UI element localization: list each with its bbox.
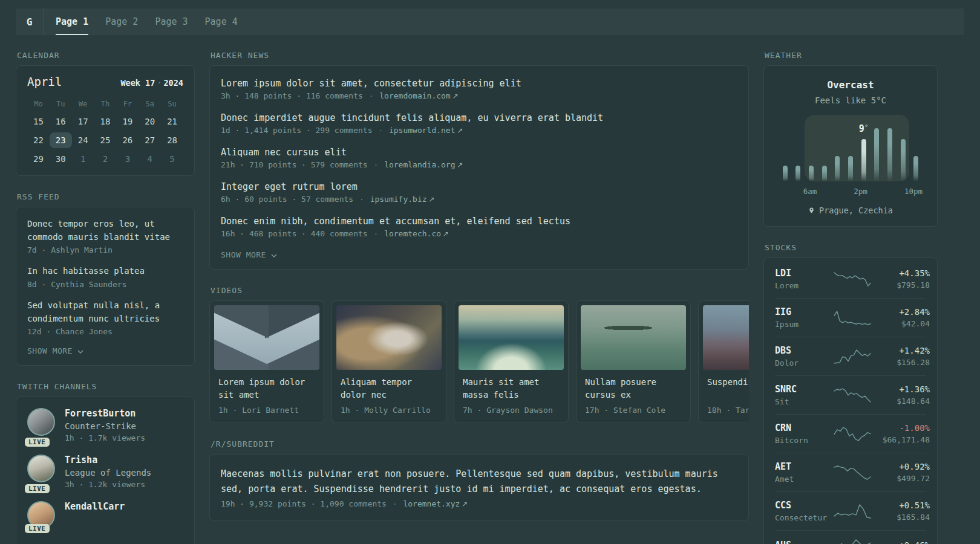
- rss-show-more-button[interactable]: SHOW MORE: [27, 346, 183, 355]
- video-card[interactable]: Aliquam tempor dolor nec pharetra… 1h · …: [332, 300, 446, 423]
- stock-change-percent: -1.00%: [872, 423, 930, 433]
- stock-row[interactable]: AHS +0.46%: [775, 530, 926, 544]
- video-card[interactable]: Lorem ipsum dolor sit amet consectetu… 1…: [209, 300, 324, 423]
- rss-item[interactable]: In hac habitasse platea 8d · Cynthia Sau…: [27, 265, 183, 289]
- hn-story-domain[interactable]: loremtech.co: [384, 229, 441, 238]
- video-title[interactable]: Mauris sit amet massa felis: [463, 376, 560, 401]
- twitch-channel-name[interactable]: ForrestBurton: [65, 408, 145, 419]
- video-meta: 1h · Molly Carrillo: [341, 406, 437, 415]
- stock-values: -1.00% $66,171.48: [872, 423, 930, 444]
- app-logo[interactable]: G: [16, 8, 44, 35]
- video-card[interactable]: Mauris sit amet massa felis 7h · Grayson…: [454, 300, 569, 423]
- avatar: [27, 455, 55, 482]
- dashboard-columns: CALENDAR April Week 17·2024 MoTuWeThFrSa…: [16, 51, 964, 544]
- hn-story-title[interactable]: Donec enim nibh, condimentum et accumsan…: [221, 216, 737, 227]
- videos-section-label: VIDEOS: [211, 286, 749, 295]
- video-thumbnail[interactable]: [703, 305, 749, 370]
- hn-story-domain[interactable]: loremdomain.com: [379, 91, 450, 100]
- hn-story-domain[interactable]: ipsumify.biz: [370, 195, 427, 204]
- video-card[interactable]: Nullam posuere cursus ex 17h · Stefan Co…: [576, 300, 691, 423]
- calendar-date: 21: [161, 114, 183, 129]
- weather-widget: Overcast Feels like 5°C 9° 6am2pm10pm Pr…: [763, 65, 938, 227]
- video-title[interactable]: Suspendisse diam: [707, 376, 749, 401]
- calendar-date: 3: [116, 151, 139, 167]
- video-thumbnail[interactable]: [581, 305, 686, 370]
- hn-story[interactable]: Aliquam nec cursus elit 21h · 710 points…: [221, 147, 737, 169]
- rss-item[interactable]: Sed volutpat nulla nisl, a condimentum n…: [27, 299, 183, 336]
- video-thumbnail[interactable]: [459, 305, 564, 370]
- tab-page-2[interactable]: Page 2: [97, 8, 146, 35]
- weather-hour-label: [892, 187, 904, 196]
- calendar-section-label: CALENDAR: [17, 51, 195, 60]
- stock-change-percent: +1.36%: [872, 384, 930, 394]
- page-tabs: Page 1 Page 2 Page 3 Page 4: [44, 8, 246, 35]
- weather-bar: [844, 123, 857, 181]
- hn-story-meta: 6h · 60 points · 57 comments · ipsumify.…: [221, 195, 737, 204]
- live-badge: LIVE: [25, 484, 50, 493]
- hn-story[interactable]: Lorem ipsum dolor sit amet, consectetur …: [221, 78, 737, 100]
- rss-item-title[interactable]: Donec tempor eros leo, ut commodo mauris…: [27, 218, 183, 244]
- rss-item-title[interactable]: Sed volutpat nulla nisl, a condimentum n…: [27, 299, 183, 325]
- twitch-channel[interactable]: LIVE KendallCarr: [27, 501, 183, 529]
- video-meta: 17h · Stefan Cole: [585, 406, 682, 415]
- weather-bar: [897, 123, 910, 181]
- weather-location-text: Prague, Czechia: [819, 206, 893, 215]
- twitch-channel-name[interactable]: Trisha: [65, 455, 151, 465]
- stock-name: Consectetur: [775, 513, 833, 522]
- hn-story-title[interactable]: Aliquam nec cursus elit: [221, 147, 737, 158]
- rss-item[interactable]: Donec tempor eros leo, ut commodo mauris…: [27, 218, 183, 254]
- stock-row[interactable]: CRN Bitcorn -1.00% $66,171.48: [775, 414, 926, 453]
- twitch-channel[interactable]: LIVE ForrestBurton Counter-Strike 1h · 1…: [27, 408, 183, 442]
- stock-id: CRN Bitcorn: [775, 423, 833, 445]
- stock-row[interactable]: DBS Dolor +1.42% $156.28: [775, 337, 926, 375]
- tab-page-3[interactable]: Page 3: [146, 8, 196, 35]
- stock-id: LDI Lorem: [775, 268, 833, 290]
- hn-story[interactable]: Integer eget rutrum lorem 6h · 60 points…: [221, 181, 737, 204]
- stock-change-percent: +0.46%: [872, 540, 930, 544]
- video-card[interactable]: Suspendisse diam 18h · Tara: [698, 300, 749, 423]
- hn-story-domain[interactable]: ipsumworld.net: [389, 126, 456, 135]
- calendar-selected-date: 23: [50, 132, 72, 148]
- video-thumbnail[interactable]: [336, 305, 442, 370]
- stock-name: Amet: [775, 474, 833, 484]
- subreddit-post[interactable]: Maecenas mollis pulvinar erat non posuer…: [221, 467, 737, 508]
- stock-sparkline: [833, 387, 872, 403]
- twitch-channel[interactable]: LIVE Trisha League of Legends 3h · 1.2k …: [27, 455, 183, 489]
- subreddit-post-domain[interactable]: loremnet.xyz: [403, 499, 460, 508]
- calendar-date: 27: [139, 132, 161, 148]
- hackernews-section-label: HACKER NEWS: [211, 51, 749, 60]
- weather-bar: [909, 123, 923, 181]
- twitch-avatar-wrap: LIVE: [27, 455, 55, 489]
- hn-story-domain[interactable]: loremlandia.org: [384, 160, 455, 169]
- hn-story[interactable]: Donec enim nibh, condimentum et accumsan…: [221, 216, 737, 238]
- video-title[interactable]: Lorem ipsum dolor sit amet consectetu…: [218, 376, 315, 401]
- rss-item-title[interactable]: In hac habitasse platea: [27, 265, 183, 278]
- twitch-channel-name[interactable]: KendallCarr: [65, 501, 125, 512]
- stock-row[interactable]: AET Amet +0.92% $499.72: [775, 453, 926, 491]
- calendar-date: 5: [161, 151, 183, 167]
- tab-page-1[interactable]: Page 1: [47, 8, 97, 35]
- stock-row[interactable]: SNRC Sit +1.36% $148.64: [775, 375, 926, 414]
- video-title[interactable]: Nullam posuere cursus ex: [585, 376, 682, 401]
- hn-story-title[interactable]: Lorem ipsum dolor sit amet, consectetur …: [221, 78, 737, 89]
- video-thumbnail[interactable]: [214, 305, 319, 370]
- hn-story[interactable]: Donec imperdiet augue tincidunt felis al…: [221, 112, 737, 135]
- calendar-grid: MoTuWeThFrSaSu15161718192021222324252627…: [27, 97, 183, 167]
- live-badge: LIVE: [25, 524, 50, 533]
- hn-story-title[interactable]: Donec imperdiet augue tincidunt felis al…: [221, 112, 737, 123]
- top-navigation-bar: G Page 1 Page 2 Page 3 Page 4: [16, 8, 964, 35]
- stock-row[interactable]: LDI Lorem +4.35% $795.18: [775, 260, 926, 298]
- hn-show-more-button[interactable]: SHOW MORE: [221, 250, 737, 259]
- video-title[interactable]: Aliquam tempor dolor nec pharetra…: [341, 376, 437, 401]
- hn-story-title[interactable]: Integer eget rutrum lorem: [221, 181, 737, 192]
- stock-values: +4.35% $795.18: [872, 268, 930, 290]
- stock-row[interactable]: IIG Ipsum +2.84% $42.04: [775, 298, 926, 337]
- weather-hour-label: [791, 187, 803, 196]
- stock-id: AET Amet: [775, 461, 833, 484]
- stock-row[interactable]: CCS Consectetur +0.51% $165.84: [775, 491, 926, 530]
- rss-section: RSS FEED Donec tempor eros leo, ut commo…: [16, 192, 195, 366]
- tab-page-4[interactable]: Page 4: [197, 8, 246, 35]
- stock-sparkline: [833, 504, 872, 519]
- subreddit-post-title[interactable]: Maecenas mollis pulvinar erat non posuer…: [221, 467, 737, 497]
- calendar-week-label: Week 17: [120, 78, 155, 88]
